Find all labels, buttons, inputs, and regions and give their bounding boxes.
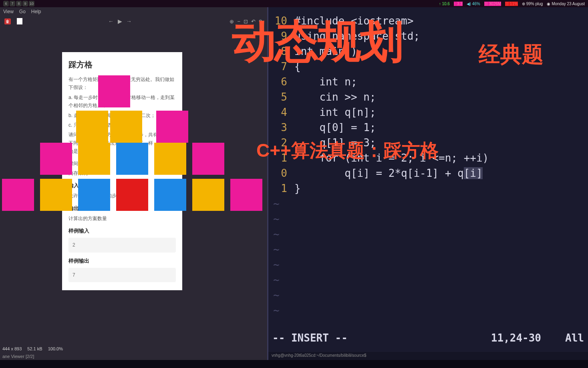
zoom-level: 100.0% xyxy=(48,346,63,352)
workspace-9[interactable]: 9 xyxy=(22,1,28,6)
net-up-stat: ↑ 10.6 xyxy=(439,2,450,6)
deco-square xyxy=(110,111,142,143)
toolbar: 🗑 ← ▶ → ⊕ − ⊡ ↶ ↷ xyxy=(0,16,267,26)
workspace-6[interactable]: 6 xyxy=(3,1,9,6)
empty-line-tilde: ~ xyxy=(268,272,588,287)
sample-output-heading: 样例输出 xyxy=(68,257,176,265)
menu-go[interactable]: Go xyxy=(19,9,26,14)
code-line: int q[n]; xyxy=(294,105,588,120)
nav-play-icon[interactable]: ▶ xyxy=(118,18,122,24)
date-stat: ◉ Monday 23 August xyxy=(547,2,585,6)
menu-help[interactable]: Help xyxy=(31,9,41,14)
vim-status-line: -- INSERT -- 11,24-30 All xyxy=(268,332,588,344)
nav-back-icon[interactable]: ← xyxy=(108,18,114,24)
sample-input-box: 2 xyxy=(68,238,176,252)
empty-line-tilde: ~ xyxy=(268,242,588,257)
code-line: } xyxy=(294,181,588,196)
menu-view[interactable]: View xyxy=(3,9,14,14)
sample-input-heading: 样例输入 xyxy=(68,226,176,235)
cpu-stat: ☷ 11% xyxy=(505,2,518,6)
file-icon[interactable] xyxy=(16,18,23,25)
cursor-position: 11,24-30 xyxy=(491,332,541,344)
problem-title: 踩方格 xyxy=(68,58,176,71)
code-line: q[0] = 1; xyxy=(294,120,588,135)
line-number: 6 xyxy=(268,74,294,89)
deco-square xyxy=(192,143,224,175)
workspace-8[interactable]: 8 xyxy=(16,1,22,6)
deco-square xyxy=(76,111,108,143)
line-number: 3 xyxy=(268,120,294,135)
line-number: 4 xyxy=(268,105,294,120)
overlay-title-main: 动态规划 xyxy=(232,12,402,72)
output-desc: 计算出的方案数量 xyxy=(68,214,176,222)
image-filesize: 52.1 kB xyxy=(27,346,42,352)
code-line: cin >> n; xyxy=(294,89,588,105)
deco-square xyxy=(116,143,148,175)
net-down-stat: ↑ 3.3 xyxy=(454,2,463,6)
mem-stat: ☷ 3026M xyxy=(484,2,501,6)
deco-square xyxy=(230,179,262,211)
trash-icon[interactable]: 🗑 xyxy=(4,18,11,25)
deco-square xyxy=(156,111,188,143)
deco-square xyxy=(78,143,110,175)
battery-stat: ⊕ 99% plug xyxy=(522,2,543,6)
deco-square xyxy=(154,143,186,175)
viewer-status-bar: 444 x 893 52.1 kB 100.0% xyxy=(0,346,65,353)
empty-line-tilde: ~ xyxy=(268,303,588,318)
empty-line-tilde: ~ xyxy=(268,226,588,242)
sample-output-box: 7 xyxy=(68,268,176,282)
scroll-indicator: All xyxy=(565,332,584,344)
overlay-title-sub: 经典题 xyxy=(479,40,544,69)
code-line: q[i] = 2*q[i-1] + q[i] xyxy=(294,166,588,181)
status-tray: ↑ 10.6 ↑ 3.3 ◀) 46% ☷ 3026M ☷ 11% ⊕ 99% … xyxy=(439,2,585,6)
code-line: int n; xyxy=(294,74,588,89)
empty-line-tilde: ~ xyxy=(268,196,588,211)
empty-line-tilde: ~ xyxy=(268,257,588,272)
line-number: 5 xyxy=(268,89,294,105)
menu-bar: View Go Help xyxy=(0,7,267,16)
volume-stat: ◀) 46% xyxy=(467,2,480,6)
empty-line-tilde: ~ xyxy=(268,287,588,303)
deco-square xyxy=(40,179,72,211)
empty-line-tilde: ~ xyxy=(268,211,588,226)
workspace-switcher: 6 7 8 9 10 xyxy=(3,1,34,6)
deco-square xyxy=(154,179,186,211)
deco-square xyxy=(2,179,34,211)
deco-square xyxy=(192,179,224,211)
line-number: 0 xyxy=(268,166,294,181)
nav-forward-icon[interactable]: → xyxy=(126,18,132,24)
system-top-bar: 6 7 8 9 10 ↑ 10.6 ↑ 3.3 ◀) 46% ☷ 3026M ☷… xyxy=(0,0,588,7)
deco-square xyxy=(40,143,72,175)
viewer-title: ane Viewer [2/2] xyxy=(0,354,36,360)
overlay-title-cpp: C++算法真题：踩方格 xyxy=(256,138,439,163)
deco-square xyxy=(78,179,110,211)
deco-square xyxy=(98,75,130,107)
line-number: 1 xyxy=(268,181,294,196)
terminal-prompt: vnhg@vnhg-20t6a025cd:~/Documents/bilibil… xyxy=(268,352,588,360)
image-dimensions: 444 x 893 xyxy=(2,346,22,352)
vim-mode: -- INSERT -- xyxy=(272,332,348,344)
workspace-10[interactable]: 10 xyxy=(29,1,34,6)
workspace-7[interactable]: 7 xyxy=(10,1,15,6)
deco-square xyxy=(116,179,148,211)
